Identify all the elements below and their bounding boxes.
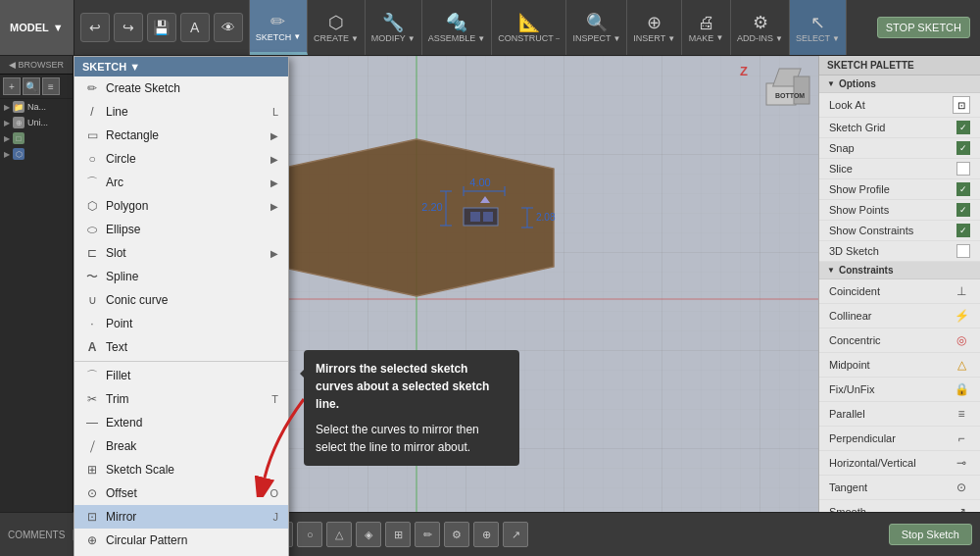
model-button[interactable]: MODEL ▼ [0, 0, 74, 55]
menu-item-extend[interactable]: — Extend [74, 411, 288, 434]
menu-item-ellipse[interactable]: ⬭ Ellipse [74, 218, 288, 241]
menu-item-text[interactable]: A Text [74, 335, 288, 359]
tangent-icon[interactable]: ⊙ [953, 479, 970, 496]
fillet-icon: ⌒ [84, 368, 100, 383]
assemble-menu-button[interactable]: 🔩 ASSEMBLE ▼ [422, 0, 492, 55]
menu-item-point[interactable]: · Point [74, 312, 288, 335]
menu-item-conic-curve[interactable]: ∪ Conic curve [74, 288, 288, 312]
menu-item-mirror[interactable]: ⊡ Mirror J [74, 505, 288, 529]
timeline-icon-10[interactable]: ↗ [503, 522, 528, 547]
timeline-icon-8[interactable]: ⚙ [444, 522, 469, 547]
timeline-icon-5[interactable]: ◈ [356, 522, 381, 547]
fillet-label: Fillet [106, 369, 278, 382]
palette-option-3d-sketch: 3D Sketch [819, 241, 980, 262]
browser-filter-btn[interactable]: ≡ [42, 77, 60, 95]
menu-item-spline[interactable]: 〜 Spline [74, 265, 288, 288]
snap-checkbox[interactable]: ✓ [956, 141, 970, 155]
midpoint-icon[interactable]: △ [953, 356, 970, 374]
slice-checkbox[interactable] [956, 162, 970, 176]
menu-item-line[interactable]: / Line L [74, 100, 288, 124]
view-cube[interactable]: BOTTOM [761, 64, 810, 113]
timeline-icon-4[interactable]: △ [326, 522, 352, 547]
menu-item-circular-pattern[interactable]: ⊕ Circular Pattern [74, 529, 288, 552]
insert-menu-button[interactable]: ⊕ INSERT ▼ [627, 0, 682, 55]
stop-sketch-button-top[interactable]: STOP SKETCH [877, 17, 970, 38]
create-menu-button[interactable]: ⬡ CREATE ▼ [308, 0, 366, 55]
tree-item-body[interactable]: ▶ □ [0, 130, 73, 146]
construct-menu-button[interactable]: 📐 CONSTRUCT ~ [492, 0, 566, 55]
sketch-grid-checkbox[interactable]: ✓ [956, 121, 970, 134]
insert-icon: ⊕ [647, 12, 662, 33]
sketch-menu-button[interactable]: ✏ SKETCH ▼ [250, 0, 308, 55]
tree-item-origin[interactable]: ▶ ⊕ Uni... [0, 115, 73, 130]
menu-item-circle[interactable]: ○ Circle ▶ [74, 147, 288, 171]
perpendicular-icon[interactable]: ⌐ [953, 430, 970, 447]
show-constraints-checkbox[interactable]: ✓ [956, 224, 970, 237]
save-button[interactable]: 💾 [147, 13, 176, 42]
show-points-checkbox[interactable]: ✓ [956, 203, 970, 217]
sketch-dropdown-menu: SKETCH ▼ ✏ Create Sketch / Line L ▭ Rect… [74, 56, 289, 556]
tree-item-sketch[interactable]: ▶ ⬡ [0, 146, 73, 162]
look-at-icon[interactable]: ⊡ [953, 96, 970, 114]
conic-curve-label: Conic curve [106, 293, 278, 307]
menu-item-slot[interactable]: ⊏ Slot ▶ [74, 241, 288, 265]
menu-item-sketch-scale[interactable]: ⊞ Sketch Scale [74, 458, 288, 481]
horizontal-vertical-icon[interactable]: ⊸ [953, 454, 970, 472]
menu-item-rectangle[interactable]: ▭ Rectangle ▶ [74, 124, 288, 147]
fix-unfix-icon[interactable]: 🔒 [953, 380, 970, 398]
stop-sketch-button-bottom[interactable]: Stop Sketch [889, 524, 972, 545]
tree-item-root[interactable]: ▶ 📁 Na... [0, 99, 73, 115]
create-icon: ⬡ [328, 12, 344, 33]
timeline-icon-7[interactable]: ✏ [415, 522, 440, 547]
conic-curve-icon: ∪ [84, 292, 100, 308]
select-label: SELECT ▼ [796, 33, 840, 43]
text-label: Text [106, 340, 278, 354]
options-label: Options [839, 78, 876, 89]
parallel-icon[interactable]: ≡ [953, 405, 970, 423]
sketch-palette-header: SKETCH PALETTE [819, 56, 980, 76]
offset-shortcut: O [270, 487, 278, 499]
browser-add-btn[interactable]: + [3, 77, 21, 95]
circle-label: Circle [106, 152, 265, 166]
inspect-menu-button[interactable]: 🔍 INSPECT ▼ [566, 0, 627, 55]
constraints-label: Constraints [839, 265, 894, 276]
collinear-icon[interactable]: ⚡ [953, 307, 970, 325]
addins-menu-button[interactable]: ⚙ ADD-INS ▼ [731, 0, 790, 55]
menu-item-create-sketch[interactable]: ✏ Create Sketch [74, 76, 288, 100]
menu-item-trim[interactable]: ✂ Trim T [74, 387, 288, 411]
menu-item-arc[interactable]: ⌒ Arc ▶ [74, 171, 288, 194]
constraint-tangent: Tangent ⊙ [819, 476, 980, 500]
show-profile-checkbox[interactable]: ✓ [956, 182, 970, 196]
mirror-label: Mirror [106, 510, 268, 524]
palette-option-sketch-grid: Sketch Grid ✓ [819, 118, 980, 138]
coincident-icon[interactable]: ⊥ [953, 282, 970, 300]
palette-option-snap: Snap ✓ [819, 138, 980, 159]
text-tool-button[interactable]: A [180, 13, 210, 42]
menu-item-fillet[interactable]: ⌒ Fillet [74, 364, 288, 387]
timeline-icon-9[interactable]: ⊕ [473, 522, 499, 547]
constraint-parallel: Parallel ≡ [819, 402, 980, 427]
break-icon: ⧸ [84, 438, 100, 454]
browser-search-btn[interactable]: 🔍 [23, 77, 40, 95]
view-button[interactable]: 👁 [214, 13, 243, 42]
modify-menu-button[interactable]: 🔧 MODIFY ▼ [366, 0, 422, 55]
modify-icon: 🔧 [382, 12, 404, 33]
select-menu-button[interactable]: ↖ SELECT ▼ [790, 0, 847, 55]
timeline-icon-6[interactable]: ⊞ [385, 522, 411, 547]
menu-item-polygon[interactable]: ⬡ Polygon ▶ [74, 194, 288, 218]
sidebar-toggle[interactable]: ◀ BROWSER [0, 56, 73, 75]
svg-marker-4 [279, 139, 554, 296]
concentric-icon[interactable]: ◎ [953, 331, 970, 349]
menu-item-break[interactable]: ⧸ Break [74, 434, 288, 458]
menu-item-rectangular-pattern[interactable]: ⊞ Rectangular Pattern [74, 552, 288, 556]
timeline-icon-3[interactable]: ○ [297, 522, 322, 547]
menu-item-offset[interactable]: ⊙ Offset O [74, 481, 288, 505]
constraints-section: ▼ Constraints [819, 262, 980, 279]
constraints-arrow: ▼ [827, 266, 835, 275]
make-menu-button[interactable]: 🖨 MAKE ▼ [682, 0, 731, 55]
redo-button[interactable]: ↪ [114, 13, 143, 42]
undo-button[interactable]: ↩ [80, 13, 110, 42]
3d-sketch-checkbox[interactable] [956, 244, 970, 258]
extend-icon: — [84, 415, 100, 430]
arc-arrow: ▶ [270, 177, 278, 188]
